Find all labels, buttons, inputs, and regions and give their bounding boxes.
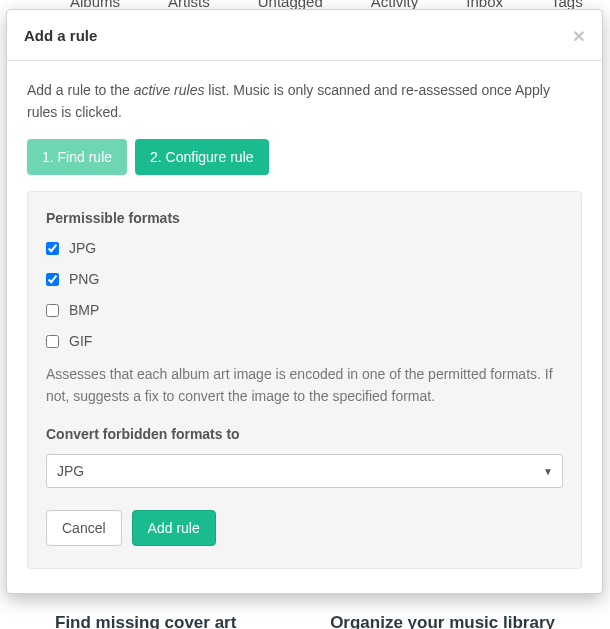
background-bottom: Find missing cover art Organize your mus…	[0, 613, 610, 629]
format-option-png[interactable]: PNG	[46, 271, 563, 287]
cancel-button[interactable]: Cancel	[46, 510, 122, 546]
convert-format-select[interactable]: JPG	[46, 454, 563, 488]
format-option-bmp[interactable]: BMP	[46, 302, 563, 318]
add-rule-modal: Add a rule × Add a rule to the active ru…	[6, 9, 603, 594]
format-checkbox-gif[interactable]	[46, 335, 59, 348]
panel-actions: Cancel Add rule	[46, 510, 563, 546]
close-icon[interactable]: ×	[573, 25, 585, 46]
format-label: GIF	[69, 333, 92, 349]
bg-heading-right: Organize your music library	[330, 613, 555, 629]
permissible-formats-heading: Permissible formats	[46, 210, 563, 226]
modal-header: Add a rule ×	[7, 10, 602, 61]
format-option-jpg[interactable]: JPG	[46, 240, 563, 256]
format-checkbox-png[interactable]	[46, 273, 59, 286]
format-checkbox-bmp[interactable]	[46, 304, 59, 317]
format-label: PNG	[69, 271, 99, 287]
configure-panel: Permissible formats JPG PNG BMP GIF Asse…	[27, 191, 582, 568]
rule-description: Assesses that each album art image is en…	[46, 364, 563, 407]
convert-select-wrap: JPG ▼	[46, 454, 563, 488]
convert-label: Convert forbidden formats to	[46, 426, 563, 442]
format-label: BMP	[69, 302, 99, 318]
wizard-steps: 1. Find rule 2. Configure rule	[27, 139, 582, 175]
step-configure-rule[interactable]: 2. Configure rule	[135, 139, 269, 175]
intro-text: Add a rule to the active rules list. Mus…	[27, 80, 582, 123]
modal-title: Add a rule	[24, 27, 573, 44]
format-checkbox-jpg[interactable]	[46, 242, 59, 255]
add-rule-button[interactable]: Add rule	[132, 510, 216, 546]
format-label: JPG	[69, 240, 96, 256]
format-option-gif[interactable]: GIF	[46, 333, 563, 349]
step-find-rule[interactable]: 1. Find rule	[27, 139, 127, 175]
bg-heading-left: Find missing cover art	[55, 613, 236, 629]
modal-body: Add a rule to the active rules list. Mus…	[7, 61, 602, 593]
